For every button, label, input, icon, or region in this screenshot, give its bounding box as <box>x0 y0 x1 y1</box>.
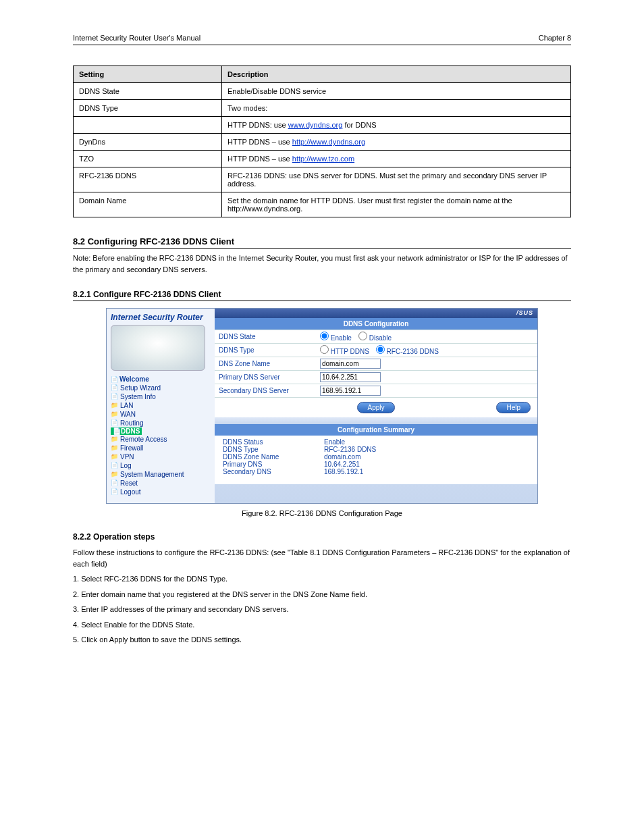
tree-item-ddns[interactable]: DDNS <box>111 427 142 435</box>
tree-item-reset[interactable]: Reset <box>111 479 211 488</box>
tree-item-logout[interactable]: Logout <box>111 488 211 496</box>
input-zone-name[interactable] <box>320 359 381 369</box>
cell-label <box>74 117 222 134</box>
figure-caption: Figure 8.2. RFC-2136 DDNS Configuration … <box>73 509 571 517</box>
label-ddns-type: DDNS Type <box>219 346 320 354</box>
radio-enable[interactable]: Enable <box>320 332 352 342</box>
cell-label: DDNS Type <box>74 100 222 117</box>
step-1: 1. Select RFC-2136 DDNS for the DDNS Typ… <box>73 573 571 585</box>
cell-desc: HTTP DDNS – use http://www.tzo.com <box>222 151 571 167</box>
section-note: Note: Before enabling the RFC-2136 DDNS … <box>73 253 571 275</box>
tree-item-vpn[interactable]: VPN <box>111 452 211 461</box>
table-row: DynDns HTTP DDNS – use http://www.dyndns… <box>74 134 571 151</box>
summary-row: DDNS TypeRFC-2136 DDNS <box>223 446 532 453</box>
tree-item-remote-access[interactable]: Remote Access <box>111 435 211 444</box>
tree-item-log[interactable]: Log <box>111 461 211 470</box>
steps-title: 8.2.2 Operation steps <box>73 532 571 543</box>
tree-item-system-management[interactable]: System Management <box>111 470 211 479</box>
product-name: Internet Security Router <box>111 311 211 325</box>
step-4: 4. Select Enable for the DDNS State. <box>73 619 571 631</box>
radio-disable-input[interactable] <box>358 332 367 340</box>
content-pane: /SUS DDNS Configuration DDNS State Enabl… <box>215 309 537 484</box>
cell-desc: HTTP DDNS: use www.dyndns.org for DDNS <box>222 117 571 134</box>
cell-label: DDNS State <box>74 83 222 100</box>
steps-intro: Follow these instructions to configure t… <box>73 547 571 569</box>
summary-row: DDNS StatusEnable <box>223 438 532 446</box>
table-row: RFC-2136 DDNS RFC-2136 DDNS: use DNS ser… <box>74 167 571 192</box>
label-primary-dns: Primary DNS Server <box>219 373 320 381</box>
summary-block: DDNS StatusEnable DDNS TypeRFC-2136 DDNS… <box>215 436 537 481</box>
link-dyndns[interactable]: www.dyndns.org <box>288 121 343 129</box>
tree-root[interactable]: Welcome <box>111 375 211 384</box>
step-3: 3. Enter IP addresses of the primary and… <box>73 604 571 615</box>
tree-item-lan[interactable]: LAN <box>111 401 211 410</box>
table-row: HTTP DDNS: use www.dyndns.org for DDNS <box>74 117 571 134</box>
cell-desc: Two modes: <box>222 100 571 117</box>
table-row: DDNS State Enable/Disable DDNS service <box>74 83 571 100</box>
nav-tree: Welcome Setup Wizard System Info LAN WAN… <box>111 375 211 496</box>
radio-enable-input[interactable] <box>320 332 329 340</box>
tree-item-system-info[interactable]: System Info <box>111 392 211 401</box>
input-primary-dns[interactable] <box>320 372 381 382</box>
radio-http-ddns-input[interactable] <box>320 345 329 354</box>
apply-button[interactable]: Apply <box>357 402 394 413</box>
tree-item-routing[interactable]: Routing <box>111 419 211 427</box>
th-description: Description <box>222 66 571 83</box>
cell-label: RFC-2136 DDNS <box>74 167 222 192</box>
tree-item-setup-wizard[interactable]: Setup Wizard <box>111 384 211 392</box>
header-right: Chapter 8 <box>539 34 571 42</box>
help-button[interactable]: Help <box>496 402 531 413</box>
cell-label: DynDns <box>74 134 222 151</box>
radio-disable[interactable]: Disable <box>358 332 392 342</box>
label-ddns-state: DDNS State <box>219 333 320 340</box>
link-tzo[interactable]: http://www.tzo.com <box>292 155 354 163</box>
table-row: DDNS Type Two modes: <box>74 100 571 117</box>
cell-label: Domain Name <box>74 192 222 217</box>
cell-label: TZO <box>74 151 222 167</box>
cell-desc: HTTP DDNS – use http://www.dyndns.org <box>222 134 571 151</box>
summary-title: Configuration Summary <box>215 424 537 436</box>
section-title: 8.2 Configuring RFC-2136 DDNS Client <box>73 236 571 249</box>
row-primary-dns: Primary DNS Server <box>215 370 537 384</box>
cell-desc: RFC-2136 DDNS: use DNS server for DDNS. … <box>222 167 571 192</box>
label-secondary-dns: Secondary DNS Server <box>219 387 320 394</box>
table-row: Domain Name Set the domain name for HTTP… <box>74 192 571 217</box>
radio-http-ddns[interactable]: HTTP DDNS <box>320 345 369 355</box>
settings-table: Setting Description DDNS State Enable/Di… <box>73 66 571 217</box>
divider <box>215 417 537 424</box>
tree-item-wan[interactable]: WAN <box>111 410 211 419</box>
step-2: 2. Enter domain name that you registered… <box>73 589 571 600</box>
label-zone-name: DNS Zone Name <box>219 360 320 367</box>
button-row: Apply Help <box>215 397 537 417</box>
row-ddns-state: DDNS State Enable Disable <box>215 330 537 343</box>
config-title: DDNS Configuration <box>215 318 537 330</box>
header-left: Internet Security Router User's Manual <box>73 34 200 42</box>
cell-desc: Set the domain name for HTTP DDNS. User … <box>222 192 571 217</box>
link-dyndns2[interactable]: http://www.dyndns.org <box>292 138 365 146</box>
cell-desc: Enable/Disable DDNS service <box>222 83 571 100</box>
row-ddns-type: DDNS Type HTTP DDNS RFC-2136 DDNS <box>215 343 537 357</box>
radio-rfc-ddns-input[interactable] <box>376 345 385 354</box>
summary-row: Secondary DNS168.95.192.1 <box>223 468 532 475</box>
step-5: 5. Click on Apply button to save the DDN… <box>73 634 571 646</box>
summary-row: DDNS Zone Namedomain.com <box>223 453 532 461</box>
router-screenshot: Internet Security Router Welcome Setup W… <box>106 308 538 504</box>
row-secondary-dns: Secondary DNS Server <box>215 384 537 397</box>
row-zone-name: DNS Zone Name <box>215 357 537 370</box>
radio-rfc-ddns[interactable]: RFC-2136 DDNS <box>376 345 439 355</box>
table-row: TZO HTTP DDNS – use http://www.tzo.com <box>74 151 571 167</box>
summary-row: Primary DNS10.64.2.251 <box>223 461 532 468</box>
input-secondary-dns[interactable] <box>320 386 381 396</box>
tree-item-firewall[interactable]: Firewall <box>111 444 211 452</box>
sidebar: Internet Security Router Welcome Setup W… <box>107 309 215 503</box>
router-image <box>111 325 205 371</box>
subsection-title: 8.2.1 Configure RFC-2136 DDNS Client <box>73 290 571 301</box>
page-header: Internet Security Router User's Manual C… <box>73 34 571 45</box>
brand-bar: /SUS <box>215 309 537 318</box>
th-setting: Setting <box>74 66 222 83</box>
